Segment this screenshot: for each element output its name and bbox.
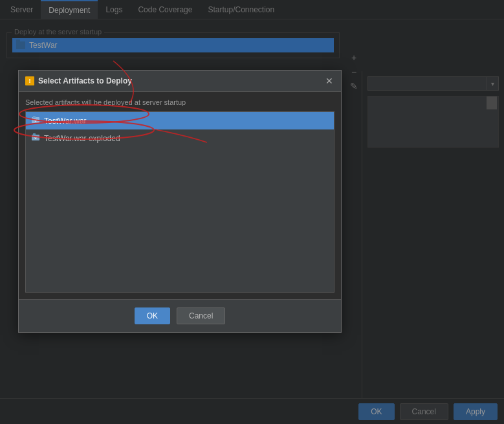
- war-icon: W: [31, 115, 40, 126]
- modal-overlay: ! Select Artifacts to Deploy ✕ Selected …: [0, 0, 504, 424]
- modal-header: ! Select Artifacts to Deploy ✕: [19, 71, 341, 92]
- artifact-item[interactable]: W TestWar.war: [26, 112, 334, 129]
- modal-ok-button[interactable]: OK: [135, 307, 170, 324]
- svg-rect-4: [33, 133, 36, 135]
- modal-close-button[interactable]: ✕: [324, 76, 334, 86]
- modal-footer: OK Cancel: [19, 299, 341, 332]
- svg-rect-1: [33, 116, 36, 118]
- artifact-list: W TestWar.war W TestWar.war exploded: [25, 111, 334, 293]
- modal-title-icon: !: [25, 76, 34, 85]
- artifact-item-label: TestWar.war exploded: [44, 134, 120, 143]
- artifact-item-label: TestWar.war: [44, 117, 87, 126]
- select-artifacts-modal: ! Select Artifacts to Deploy ✕ Selected …: [18, 70, 342, 333]
- war-icon: W: [31, 133, 40, 144]
- artifact-item[interactable]: W TestWar.war exploded: [26, 129, 334, 147]
- modal-title-row: ! Select Artifacts to Deploy: [25, 76, 132, 85]
- modal-description: Selected artifacts will be deployed at s…: [25, 98, 334, 106]
- modal-cancel-button[interactable]: Cancel: [177, 307, 225, 324]
- modal-body: Selected artifacts will be deployed at s…: [19, 92, 341, 299]
- modal-title: Select Artifacts to Deploy: [38, 76, 132, 85]
